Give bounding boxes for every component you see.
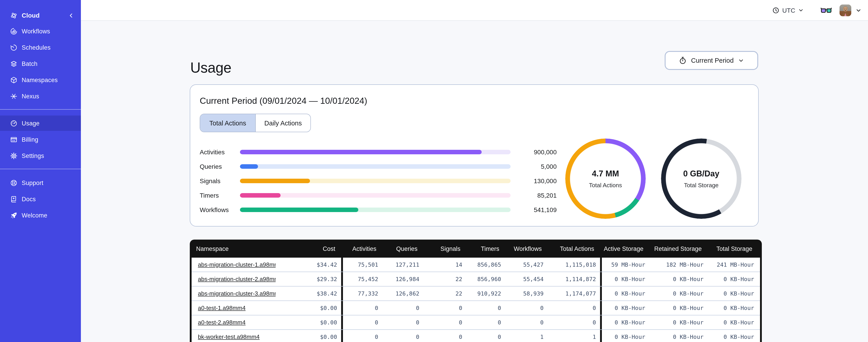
user-avatar[interactable] [840, 4, 851, 16]
sidebar-item-label: Schedules [22, 44, 51, 51]
namespace-link[interactable]: abs-migration-cluster-3.a98mm4 [198, 290, 276, 297]
bar-row: Signals130,000 [200, 174, 557, 188]
value-cell: $29.32 [276, 272, 341, 286]
namespace-link[interactable]: abs-migration-cluster-2.a98mm4 [198, 276, 276, 282]
value-cell: 0 KB-Hour [600, 330, 649, 342]
tab-total-actions[interactable]: Total Actions [200, 114, 255, 132]
namespace-cell: bk-worker-test.a98mm4 [192, 330, 276, 342]
table-row: a0-test-1.a98mm4$0.000000000 KB-Hour0 KB… [192, 301, 760, 315]
value-cell: 0 KB-Hour [649, 286, 708, 301]
value-cell: 0 [466, 330, 505, 342]
sidebar-item-nexus[interactable]: Nexus [0, 89, 81, 104]
bar-fill [240, 179, 310, 183]
sidebar-item-label: Docs [22, 196, 36, 202]
account-menu-chevron-icon[interactable] [855, 7, 862, 13]
table-header-row: NamespaceCostActivitiesQueriesSignalsTim… [190, 240, 762, 258]
value-cell: 182 MB-Hour [649, 258, 708, 272]
labs-glasses-icon[interactable] [820, 6, 832, 14]
value-cell: 0 KB-Hour [600, 286, 649, 301]
bar-fill [240, 208, 359, 212]
value-cell: 22 [423, 286, 466, 301]
bar-category-label: Activities [200, 148, 240, 156]
namespace-link[interactable]: a0-test-1.a98mm4 [198, 305, 246, 311]
value-cell: 0 [382, 330, 423, 342]
life-buoy-icon [10, 179, 18, 186]
value-cell: 127,211 [382, 258, 423, 272]
donut-label: Total Storage [684, 181, 718, 189]
card-title: Current Period (09/01/2024 — 10/01/2024) [200, 96, 367, 106]
bar-value: 900,000 [510, 148, 557, 156]
collapse-sidebar-icon[interactable] [68, 12, 74, 19]
total-storage-donut-chart: 0 GB/Day Total Storage [661, 138, 742, 219]
namespace-cell: abs-migration-cluster-3.a98mm4 [192, 286, 276, 301]
gauge-icon [10, 119, 18, 127]
sidebar-item-label: Welcome [22, 212, 47, 218]
value-cell: 0 [341, 315, 382, 329]
bar-category-label: Signals [200, 177, 240, 184]
sidebar-item-label: Nexus [22, 93, 39, 100]
sidebar-item-usage[interactable]: Usage [0, 115, 81, 131]
namespace-usage-table: NamespaceCostActivitiesQueriesSignalsTim… [190, 240, 762, 342]
bar-track [240, 179, 510, 183]
chevron-down-icon [738, 57, 744, 64]
donut-value: 0 GB/Day [683, 169, 719, 178]
bar-category-label: Queries [200, 163, 240, 170]
page-title: Usage [190, 60, 231, 76]
period-selector-label: Current Period [691, 57, 734, 64]
value-cell: 1,174,077 [548, 286, 600, 301]
timezone-dropdown[interactable]: UTC [772, 6, 804, 14]
column-header: Cost [274, 245, 339, 252]
period-selector-button[interactable]: Current Period [665, 51, 758, 70]
sidebar-item-batch[interactable]: Batch [0, 56, 81, 71]
sidebar-header: Cloud [0, 7, 81, 24]
table-row: bk-worker-test.a98mm4$0.000000110 KB-Hou… [192, 330, 760, 342]
value-cell: $0.00 [276, 330, 341, 342]
namespace-cell: abs-migration-cluster-2.a98mm4 [192, 272, 276, 286]
bar-value: 130,000 [510, 177, 557, 184]
value-cell: 1,115,018 [548, 258, 600, 272]
value-cell: 0 [382, 315, 423, 329]
sidebar-item-billing[interactable]: Billing [0, 132, 81, 147]
sidebar-item-docs[interactable]: Docs [0, 191, 81, 207]
column-header: Activities [339, 245, 380, 252]
namespace-link[interactable]: bk-worker-test.a98mm4 [198, 334, 259, 340]
bar-fill [240, 150, 482, 154]
book-icon [10, 195, 18, 203]
bar-row: Activities900,000 [200, 145, 557, 159]
sidebar-item-workflows[interactable]: Workflows [0, 24, 81, 39]
value-cell: 75,501 [341, 258, 382, 272]
value-cell: 0 [341, 301, 382, 315]
value-cell: 0 [423, 301, 466, 315]
value-cell: 55,427 [505, 258, 548, 272]
bar-value: 5,000 [510, 163, 557, 170]
column-header: Active Storage [598, 245, 648, 252]
namespace-cell: abs-migration-cluster-1.a98mm4 [192, 258, 276, 272]
bar-track [240, 208, 510, 212]
namespace-link[interactable]: a0-test-2.a98mm4 [198, 319, 246, 326]
value-cell: 0 KB-Hour [708, 301, 758, 315]
value-cell: 1 [505, 330, 548, 342]
sidebar-item-settings[interactable]: Settings [0, 148, 81, 163]
namespace-link[interactable]: abs-migration-cluster-1.a98mm4 [198, 261, 276, 268]
bar-value: 541,109 [510, 206, 557, 213]
table-row: abs-migration-cluster-2.a98mm4$29.3275,4… [192, 272, 760, 286]
column-header: Total Storage [706, 245, 756, 252]
sidebar-item-welcome[interactable]: Welcome [0, 208, 81, 223]
value-cell: 14 [423, 258, 466, 272]
bar-row: Queries5,000 [200, 159, 557, 174]
sidebar-item-label: Settings [22, 152, 44, 159]
sidebar-item-label: Billing [22, 136, 38, 143]
tab-daily-actions[interactable]: Daily Actions [255, 114, 310, 132]
value-cell: 126,862 [382, 286, 423, 301]
value-cell: 0 KB-Hour [708, 272, 758, 286]
sidebar-item-schedules[interactable]: Schedules [0, 40, 81, 55]
usage-bar-chart: Activities900,000Queries5,000Signals130,… [200, 145, 557, 217]
sidebar-item-support[interactable]: Support [0, 175, 81, 191]
workflows-icon [10, 27, 18, 35]
column-header: Signals [422, 245, 465, 252]
value-cell: 0 [423, 330, 466, 342]
bar-row: Timers85,201 [200, 188, 557, 203]
value-cell: 22 [423, 272, 466, 286]
column-header: Total Actions [546, 245, 598, 252]
sidebar-item-namespaces[interactable]: Namespaces [0, 72, 81, 88]
